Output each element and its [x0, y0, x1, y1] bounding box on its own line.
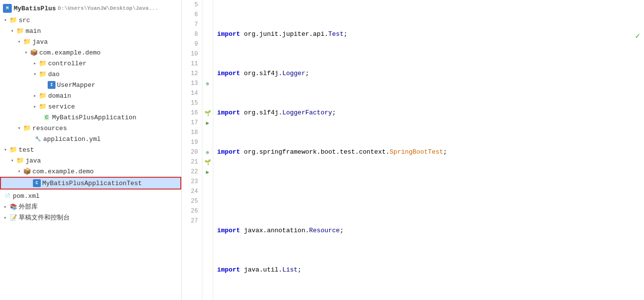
package-test-icon: 📦	[23, 167, 31, 176]
gutter-26	[202, 206, 213, 216]
tree-com-example-demo[interactable]: 📦 com.example.demo	[0, 47, 181, 58]
tree-resources[interactable]: 📁 resources	[0, 123, 181, 134]
label-com: com.example.demo	[39, 49, 101, 56]
code-line-9	[217, 187, 644, 196]
label-java: java	[32, 38, 48, 46]
gutter-11	[202, 59, 213, 69]
tree-test[interactable]: 📁 test	[0, 144, 181, 155]
editor-gutter: ⊕ 🌱 ▶ ⊕ 🌱 ▶	[202, 0, 213, 300]
checkmark: ✓	[635, 31, 640, 41]
label-dao: dao	[48, 71, 59, 78]
gutter-7	[202, 20, 213, 29]
code-line-10: import javax.annotation.Resource;	[217, 226, 644, 236]
tree-application-yml[interactable]: 🔧 application.yml	[0, 134, 181, 144]
gutter-12	[202, 69, 213, 79]
tree-main[interactable]: 📁 main	[0, 26, 181, 36]
tree-domain[interactable]: 📁 domain	[0, 90, 181, 101]
gutter-6	[202, 10, 213, 20]
label-application-yml: application.yml	[43, 136, 101, 143]
gutter-17: ▶	[202, 118, 213, 128]
tree-pom[interactable]: 📄 pom.xml	[0, 191, 181, 201]
class-app-icon: C	[42, 113, 51, 122]
arrow-dao	[31, 71, 38, 77]
code-editor[interactable]: 5 6 7 8 9 10 11 12 13 14 15 16 17 18 19 …	[182, 0, 644, 300]
label-test: test	[19, 146, 34, 154]
gutter-19	[202, 137, 213, 147]
project-path: D:\Users\YuanJW\Desktop\Java...	[58, 5, 159, 11]
code-line-8: import org.springframework.boot.test.con…	[217, 147, 644, 157]
arrow-controller	[31, 60, 38, 66]
tree-mybatisplus-test[interactable]: C MyBatisPlusApplicationTest	[0, 177, 181, 190]
project-icon: M	[3, 4, 12, 13]
code-line-7: import org.slf4j.LoggerFactory;	[217, 108, 644, 118]
tree-dao[interactable]: 📁 dao	[0, 69, 181, 80]
yaml-icon: 🔧	[33, 135, 42, 143]
gutter-15	[202, 98, 213, 108]
folder-resources-icon: 📁	[23, 124, 31, 133]
label-pom: pom.xml	[13, 192, 40, 200]
arrow-java	[16, 39, 23, 45]
arrow-test	[2, 147, 9, 153]
kw-import-5: import	[217, 29, 244, 39]
arrow-service	[31, 104, 38, 109]
gutter-24	[202, 187, 213, 196]
usermapper-icon: I	[47, 81, 56, 89]
label-draft: 草稿文件和控制台	[19, 213, 70, 222]
arrow-src	[2, 17, 9, 23]
gutter-18	[202, 128, 213, 137]
label-external: 外部库	[19, 202, 38, 211]
label-domain: domain	[48, 92, 71, 100]
gutter-22: ▶	[202, 167, 213, 177]
code-line-5: import org.junit.jupiter.api.Test; ✓	[217, 29, 644, 39]
gutter-5	[202, 0, 213, 10]
label-controller: controller	[48, 60, 86, 67]
label-test-com: com.example.demo	[32, 168, 94, 175]
xml-icon: 📄	[3, 191, 12, 200]
folder-src-icon: 📁	[9, 16, 18, 25]
code-line-6: import org.slf4j.Logger;	[217, 69, 644, 79]
label-mybatisplus-test: MyBatisPlusApplicationTest	[42, 180, 142, 187]
tree-test-com[interactable]: 📦 com.example.demo	[0, 166, 181, 177]
tree-service[interactable]: 📁 service	[0, 101, 181, 112]
label-usermapper: UserMapper	[57, 82, 95, 89]
tree-controller[interactable]: 📁 controller	[0, 58, 181, 69]
arrow-draft	[2, 215, 9, 220]
external-icon: 📚	[9, 202, 18, 211]
code-content: import org.junit.jupiter.api.Test; ✓ imp…	[213, 0, 644, 300]
arrow-domain	[31, 93, 38, 99]
folder-test-icon: 📁	[9, 145, 18, 154]
project-name: MyBatisPlus	[14, 5, 56, 12]
tree-java[interactable]: 📁 java	[0, 36, 181, 47]
label-test-java: java	[26, 157, 41, 164]
tree-external[interactable]: 📚 外部库	[0, 201, 181, 212]
label-main: main	[26, 27, 41, 35]
project-title[interactable]: M MyBatisPlus D:\Users\YuanJW\Desktop\Ja…	[0, 2, 181, 15]
label-service: service	[48, 103, 75, 110]
arrow-test-java	[9, 158, 16, 164]
gutter-8	[202, 29, 213, 39]
gutter-14	[202, 88, 213, 98]
test-class-icon: C	[32, 179, 41, 188]
file-tree[interactable]: M MyBatisPlus D:\Users\YuanJW\Desktop\Ja…	[0, 0, 182, 300]
folder-test-java-icon: 📁	[16, 156, 25, 165]
tree-mybatisplus-app[interactable]: C MyBatisPlusApplication	[0, 112, 181, 123]
tree-usermapper[interactable]: I UserMapper	[0, 80, 181, 90]
line-numbers: 5 6 7 8 9 10 11 12 13 14 15 16 17 18 19 …	[182, 0, 202, 300]
gutter-21: 🌱	[202, 157, 213, 167]
gutter-9	[202, 39, 213, 49]
folder-main-icon: 📁	[16, 27, 25, 35]
label-resources: resources	[32, 125, 67, 132]
arrow-com	[23, 50, 29, 55]
tree-src[interactable]: 📁 src	[0, 15, 181, 26]
folder-domain-icon: 📁	[38, 91, 47, 100]
tree-test-java[interactable]: 📁 java	[0, 155, 181, 166]
label-src: src	[19, 17, 30, 24]
label-mybatisplus-app: MyBatisPlusApplication	[52, 114, 137, 121]
draft-icon: 📝	[9, 213, 18, 222]
arrow-main	[9, 28, 16, 34]
gutter-20: ⊕	[202, 147, 213, 157]
tree-draft[interactable]: 📝 草稿文件和控制台	[0, 212, 181, 223]
arrow-resources	[16, 125, 23, 131]
gutter-23	[202, 177, 213, 187]
folder-java-icon: 📁	[23, 37, 31, 46]
